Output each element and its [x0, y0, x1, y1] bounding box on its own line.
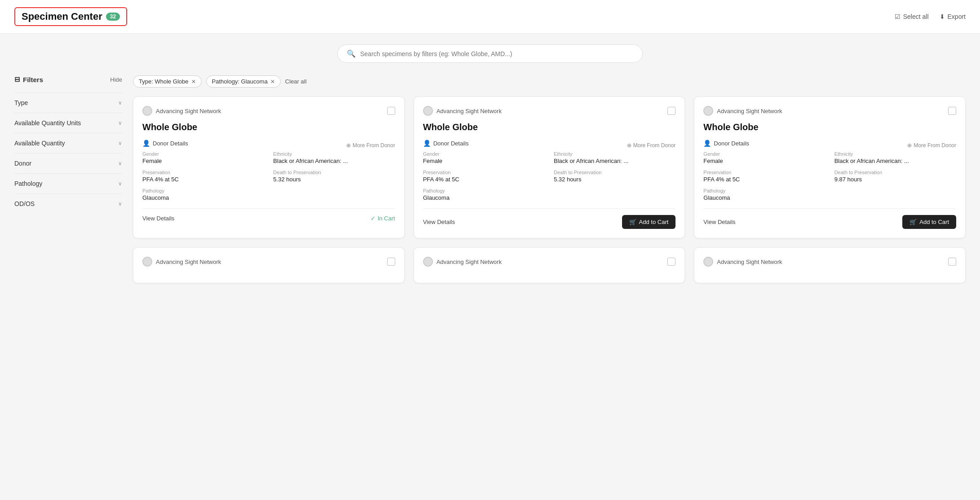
card-3-actions: View Details 🛒 Add to Cart	[703, 208, 956, 229]
card-1-checkbox[interactable]	[387, 107, 395, 115]
header-title-wrapper: Specimen Center 32	[14, 7, 127, 26]
card-2-header: Advancing Sight Network	[423, 106, 676, 116]
specimen-card-5: Advancing Sight Network	[414, 247, 685, 283]
search-box: 🔍	[337, 44, 643, 63]
filter-odos-header[interactable]: OD/OS ∨	[14, 200, 122, 207]
card-2-add-to-cart-label: Add to Cart	[639, 219, 669, 225]
filter-odos-label: OD/OS	[14, 200, 35, 207]
card-1-gender-label: Gender	[142, 151, 264, 157]
card-1-in-cart-label: In Cart	[378, 215, 395, 222]
card-3-gender-field: Gender Female	[703, 151, 825, 164]
clear-all-button[interactable]: Clear all	[285, 78, 307, 85]
card-3-more-from-donor-label: More From Donor	[914, 142, 956, 149]
card-2-more-from-donor[interactable]: ⊕ More From Donor	[627, 142, 676, 149]
filter-tag-type-close[interactable]: ✕	[191, 79, 196, 85]
cart-icon-3: 🛒	[909, 219, 917, 225]
card-1-type: Whole Globe	[142, 122, 395, 132]
sidebar: ⊟ Filters Hide Type ∨ Available Quantity…	[14, 75, 122, 493]
specimen-card-3: Advancing Sight Network Whole Globe 👤 Do…	[694, 96, 966, 238]
chevron-down-icon: ∨	[118, 100, 122, 106]
card-5-network: Advancing Sight Network	[423, 257, 502, 267]
card-5-network-name: Advancing Sight Network	[437, 259, 502, 265]
card-1-ethnicity-label: Ethnicity	[273, 151, 395, 157]
select-all-label: Select all	[903, 13, 929, 20]
filter-donor-header[interactable]: Donor ∨	[14, 160, 122, 167]
filter-pathology-header[interactable]: Pathology ∨	[14, 180, 122, 187]
donor-icon-2: 👤	[423, 140, 431, 147]
filter-available-quantity-units-label: Available Quantity Units	[14, 119, 81, 127]
card-3-header: Advancing Sight Network	[703, 106, 956, 116]
card-1-death-label: Death to Preservation	[273, 170, 395, 175]
card-4-checkbox[interactable]	[387, 258, 395, 266]
select-all-button[interactable]: ☑ Select all	[895, 13, 929, 20]
card-3-view-details-button[interactable]: View Details	[703, 219, 735, 225]
hide-filters-button[interactable]: Hide	[110, 76, 122, 83]
filter-section-available-quantity: Available Quantity ∨	[14, 133, 122, 153]
filters-label: Filters	[23, 76, 43, 83]
card-2-preservation-label: Preservation	[423, 170, 545, 175]
card-1-pathology-value: Glaucoma	[142, 194, 395, 201]
select-all-checkbox-icon: ☑	[895, 13, 901, 20]
card-3-gender-ethnicity: Gender Female Ethnicity Black or African…	[703, 151, 956, 164]
card-1-preservation-field: Preservation PFA 4% at 5C	[142, 170, 264, 183]
card-2-preservation-death: Preservation PFA 4% at 5C Death to Prese…	[423, 170, 676, 183]
search-area: 🔍	[0, 34, 980, 68]
card-1-gender-field: Gender Female	[142, 151, 264, 164]
filter-icon: ⊟	[14, 75, 20, 83]
card-4-network: Advancing Sight Network	[142, 257, 221, 267]
card-1-gender-ethnicity: Gender Female Ethnicity Black or African…	[142, 151, 395, 164]
card-3-checkbox[interactable]	[948, 107, 956, 115]
filter-available-quantity-header[interactable]: Available Quantity ∨	[14, 140, 122, 147]
header-left: Specimen Center 32	[14, 7, 127, 26]
filter-section-donor: Donor ∨	[14, 153, 122, 173]
card-2-donor-details-row: 👤 Donor Details ⊕ More From Donor	[423, 140, 676, 151]
card-6-header: Advancing Sight Network	[703, 257, 956, 267]
card-2-actions: View Details 🛒 Add to Cart	[423, 208, 676, 229]
card-3-gender-label: Gender	[703, 151, 825, 157]
filter-available-quantity-units-header[interactable]: Available Quantity Units ∨	[14, 119, 122, 127]
card-5-checkbox[interactable]	[667, 258, 675, 266]
card-3-pathology-value: Glaucoma	[703, 194, 956, 201]
card-3-preservation-value: PFA 4% at 5C	[703, 176, 825, 183]
card-2-pathology-row: Pathology Glaucoma	[423, 188, 676, 201]
card-2-gender-field: Gender Female	[423, 151, 545, 164]
card-1-view-details-button[interactable]: View Details	[142, 215, 174, 222]
card-2-pathology-label: Pathology	[423, 188, 676, 193]
network-icon-6	[703, 257, 713, 267]
filter-type-header[interactable]: Type ∨	[14, 99, 122, 106]
cart-icon-2: 🛒	[629, 219, 636, 225]
card-3-add-to-cart-button[interactable]: 🛒 Add to Cart	[902, 215, 956, 229]
filter-tag-pathology-label: Pathology: Glaucoma	[212, 78, 268, 85]
export-button[interactable]: ⬇ Export	[940, 13, 966, 20]
card-1-in-cart-button[interactable]: ✓ In Cart	[371, 215, 395, 222]
filter-donor-label: Donor	[14, 160, 31, 167]
card-2-pathology-value: Glaucoma	[423, 194, 676, 201]
filter-tag-pathology-close[interactable]: ✕	[270, 79, 275, 85]
main-layout: ⊟ Filters Hide Type ∨ Available Quantity…	[0, 68, 980, 500]
search-input[interactable]	[360, 50, 633, 57]
card-2-checkbox[interactable]	[667, 107, 675, 115]
card-2-preservation-value: PFA 4% at 5C	[423, 176, 545, 183]
more-from-donor-icon-2: ⊕	[627, 142, 631, 149]
card-3-death-value: 9.87 hours	[834, 176, 956, 183]
card-3-ethnicity-label: Ethnicity	[834, 151, 956, 157]
card-1-more-from-donor[interactable]: ⊕ More From Donor	[346, 142, 395, 149]
filter-tag-type: Type: Whole Globe ✕	[133, 75, 202, 88]
card-6-checkbox[interactable]	[948, 258, 956, 266]
card-3-more-from-donor[interactable]: ⊕ More From Donor	[907, 142, 956, 149]
page-title: Specimen Center	[22, 11, 102, 22]
network-icon-3	[703, 106, 713, 116]
card-3-network-name: Advancing Sight Network	[717, 108, 782, 114]
cards-grid: Advancing Sight Network Whole Globe 👤 Do…	[133, 96, 966, 238]
card-2-add-to-cart-button[interactable]: 🛒 Add to Cart	[622, 215, 676, 229]
export-icon: ⬇	[940, 13, 945, 20]
card-3-ethnicity-value: Black or African American: ...	[834, 158, 956, 164]
filters-header: ⊟ Filters Hide	[14, 75, 122, 83]
card-2-donor-section: 👤 Donor Details	[423, 140, 469, 147]
card-1-death-value: 5.32 hours	[273, 176, 395, 183]
card-3-pathology-label: Pathology	[703, 188, 956, 193]
filter-section-pathology: Pathology ∨	[14, 173, 122, 193]
card-1-ethnicity-value: Black or African American: ...	[273, 158, 395, 164]
card-2-view-details-button[interactable]: View Details	[423, 219, 455, 225]
chevron-down-icon-5: ∨	[118, 180, 122, 187]
